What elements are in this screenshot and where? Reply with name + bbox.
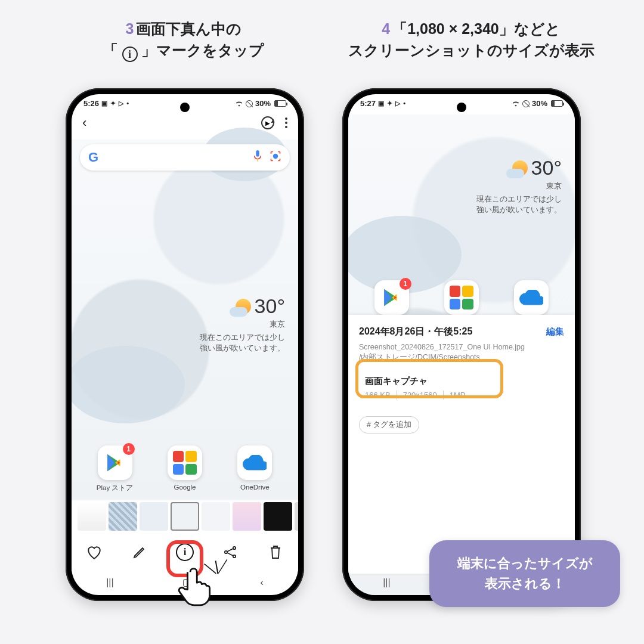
remaster-button[interactable]: ▶ — [261, 116, 274, 129]
notification-badge: 1 — [123, 443, 135, 455]
step4-caption: 4「1,080 × 2,340」などと スクリーンショットのサイズが表示 — [334, 18, 608, 61]
more-button[interactable] — [285, 117, 287, 128]
info-icon: i — [122, 47, 138, 62]
nav-recents[interactable]: ||| — [106, 577, 113, 588]
google-logo-icon: G — [88, 150, 98, 165]
notification-badge: 1 — [400, 278, 411, 290]
back-button[interactable]: ‹ — [82, 115, 86, 131]
app-onedrive — [507, 280, 555, 318]
edit-details-button[interactable]: 編集 — [546, 326, 564, 338]
home-apps-row: 1 Play ストア Google OneDrive — [72, 445, 298, 493]
thumbnail-strip[interactable] — [72, 500, 298, 533]
wifi-icon — [235, 100, 243, 107]
app-playstore: 1 Play ストア — [91, 445, 139, 493]
google-search-widget: G — [80, 144, 290, 171]
home-apps-row: 1 — [348, 280, 575, 318]
status-icons-left: ▣ ✦ ▷ • — [101, 100, 129, 107]
nav-recents[interactable]: ||| — [383, 577, 390, 588]
front-camera — [457, 103, 466, 112]
svg-point-2 — [273, 154, 278, 159]
status-time: 5:26 — [83, 99, 99, 108]
svg-rect-0 — [256, 150, 259, 157]
screenshot-preview[interactable]: G 30° 東京 現在このエリアでは少し強い風が吹いています。 — [72, 140, 298, 501]
svg-point-4 — [233, 547, 236, 549]
gallery-appbar: ‹ ▶ — [72, 109, 298, 134]
weather-icon — [512, 160, 528, 176]
svg-rect-1 — [257, 159, 258, 162]
lens-icon — [270, 150, 281, 165]
app-onedrive: OneDrive — [231, 445, 278, 493]
svg-point-5 — [233, 555, 236, 558]
phone-step3: 5:26 ▣ ✦ ▷ • 30% ‹ ▶ G — [66, 88, 304, 601]
favorite-button[interactable] — [84, 542, 104, 562]
dnd-icon — [246, 100, 253, 107]
nav-back[interactable]: ‹ — [260, 577, 263, 588]
phone-step4: 5:27 ▣ ✦ ▷ • 30% 30° 東京 現在このエリアでは少し強い風が吹… — [342, 88, 581, 601]
app-google-folder: Google — [161, 445, 209, 493]
app-playstore: 1 — [368, 280, 416, 318]
delete-button[interactable] — [265, 542, 286, 562]
dnd-icon — [522, 100, 530, 107]
highlight-resolution — [355, 359, 503, 398]
details-panel: 2024年8月26日・午後5:25 編集 Screenshot_20240826… — [348, 315, 575, 574]
tap-hand-icon — [174, 565, 217, 608]
battery-icon — [551, 100, 563, 107]
battery-icon — [274, 100, 286, 107]
mic-icon — [253, 150, 262, 165]
wifi-icon — [512, 100, 520, 107]
weather-icon — [236, 299, 251, 314]
front-camera — [180, 103, 190, 112]
status-time: 5:27 — [360, 99, 376, 108]
svg-point-3 — [225, 551, 227, 553]
weather-widget: 30° 東京 現在このエリアでは少し強い風が吹いています。 — [200, 295, 285, 354]
detail-filename: Screenshot_20240826_172517_One UI Home.j… — [359, 343, 564, 351]
battery-pct: 30% — [255, 99, 271, 108]
edit-button[interactable] — [129, 542, 150, 562]
add-tag-button[interactable]: # タグを追加 — [359, 416, 419, 434]
status-icons-left: ▣ ✦ ▷ • — [378, 100, 406, 107]
step3-caption: 3画面下真ん中の 「 i 」マークをタップ — [47, 18, 321, 62]
callout-bubble: 端末に合ったサイズが 表示される！ — [429, 540, 620, 607]
detail-date: 2024年8月26日・午後5:25 — [359, 326, 472, 338]
battery-pct: 30% — [532, 99, 547, 108]
app-google-folder — [438, 280, 485, 318]
weather-widget: 30° 東京 現在このエリアでは少し強い風が吹いています。 — [476, 156, 562, 215]
